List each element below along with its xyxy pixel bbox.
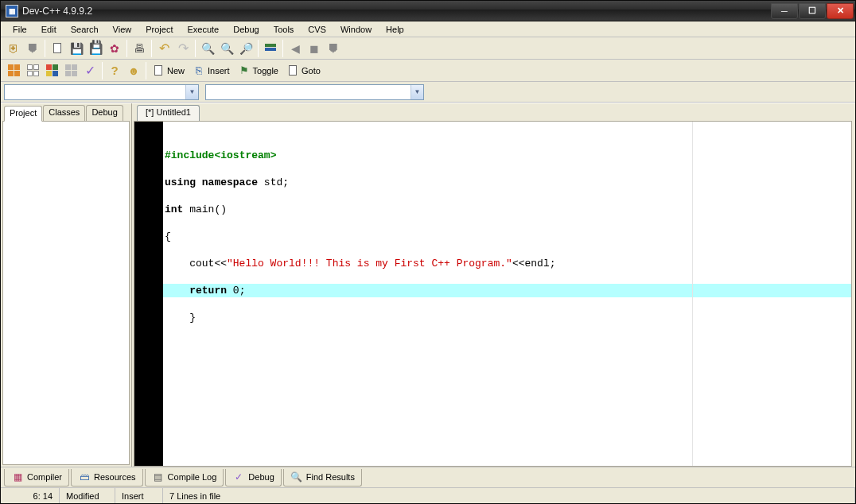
find-next-icon[interactable]: 🔎 — [237, 40, 255, 57]
tab-compile-log-label: Compile Log — [168, 472, 217, 482]
tab-debug[interactable]: Debug — [86, 105, 123, 121]
toggle-button[interactable]: ⚑Toggle — [235, 62, 282, 79]
rebuild-icon[interactable]: ⛊ — [325, 40, 342, 57]
window-buttons: ─ ☐ ✕ — [770, 3, 854, 19]
new-button[interactable]: New — [150, 62, 189, 79]
class-combo[interactable]: ▼ — [4, 84, 199, 100]
menu-help[interactable]: Help — [379, 23, 411, 36]
compile-icon[interactable] — [262, 40, 279, 57]
menu-view[interactable]: View — [106, 23, 139, 36]
debug-check-icon: ✓ — [232, 471, 245, 483]
find-icon[interactable]: 🔍 — [199, 40, 216, 57]
menu-tools[interactable]: Tools — [267, 23, 302, 36]
side-tabs: Project Classes Debug — [1, 103, 131, 121]
print-icon[interactable]: 🖶 — [130, 40, 148, 57]
menubar: File Edit Search View Project Execute De… — [1, 21, 855, 37]
separator-icon — [146, 62, 146, 79]
tab-compile-log[interactable]: ▤Compile Log — [145, 469, 224, 487]
editor-gutter — [134, 122, 163, 466]
tab-find-results-label: Find Results — [306, 472, 355, 482]
undo-icon[interactable]: ↶ — [155, 40, 173, 57]
goto-button[interactable]: Goto — [284, 62, 325, 79]
goto-label: Goto — [302, 66, 321, 76]
tab-compiler[interactable]: ▦Compiler — [4, 469, 69, 487]
goto-icon — [286, 64, 299, 77]
toolbar-main: ⛨ ⛊ 💾 💾💾 ✿ 🖶 ↶ ↷ 🔍 🔍 🔎 ◀ ◼ ⛊ — [1, 37, 855, 60]
status-lines: 7 Lines in file — [163, 488, 855, 503]
member-combo[interactable]: ▼ — [205, 84, 424, 100]
output-tabs: ▦Compiler 🗃Resources ▤Compile Log ✓Debug… — [1, 467, 855, 487]
help-icon[interactable]: ? — [106, 62, 123, 79]
shield-icon[interactable]: ⛨ — [5, 40, 22, 57]
separator-icon — [151, 40, 152, 57]
tab-compiler-label: Compiler — [27, 472, 62, 482]
tab-output-debug[interactable]: ✓Debug — [225, 469, 281, 487]
toggle-icon: ⚑ — [238, 64, 251, 77]
document-tab[interactable]: [*] Untitled1 — [137, 105, 200, 121]
check-icon[interactable]: ✓ — [81, 62, 99, 79]
content-area: Project Classes Debug [*] Untitled1 #inc… — [1, 103, 855, 467]
combo-row: ▼ ▼ — [1, 82, 855, 103]
status-position: 6: 14 — [1, 488, 60, 503]
settings-icon[interactable]: ✿ — [106, 40, 123, 57]
chevron-down-icon: ▼ — [410, 85, 423, 99]
save-all-icon[interactable]: 💾💾 — [87, 40, 104, 57]
close-button[interactable]: ✕ — [827, 3, 854, 19]
save-icon[interactable]: 💾 — [68, 40, 85, 57]
tab-find-results[interactable]: 🔍Find Results — [283, 469, 362, 487]
menu-project[interactable]: Project — [138, 23, 180, 36]
separator-icon — [195, 40, 196, 57]
insert-label: Insert — [208, 66, 230, 76]
menu-edit[interactable]: Edit — [34, 23, 64, 36]
editor: #include<iostream> using namespace std; … — [134, 121, 852, 467]
menu-cvs[interactable]: CVS — [301, 23, 333, 36]
minimize-button[interactable]: ─ — [771, 3, 798, 19]
new-file-icon — [152, 64, 165, 77]
separator-icon — [45, 40, 45, 57]
grid-multi-icon[interactable] — [43, 62, 60, 79]
insert-icon: ⎘ — [193, 64, 205, 77]
grid-white-icon[interactable] — [24, 62, 41, 79]
maximize-button[interactable]: ☐ — [799, 3, 826, 19]
menu-file[interactable]: File — [6, 23, 34, 36]
grid-gray-icon[interactable] — [62, 62, 80, 79]
redo-icon[interactable]: ↷ — [174, 40, 192, 57]
separator-icon — [282, 40, 283, 57]
separator-icon — [126, 40, 127, 57]
project-tree[interactable] — [2, 121, 130, 465]
resources-icon: 🗃 — [78, 471, 91, 483]
left-panel: Project Classes Debug — [1, 103, 132, 467]
compile-run-icon[interactable]: ◼ — [305, 40, 323, 57]
code-editor[interactable]: #include<iostream> using namespace std; … — [163, 122, 851, 466]
tab-output-debug-label: Debug — [248, 472, 274, 482]
shield2-icon[interactable]: ⛊ — [24, 40, 41, 57]
status-modified: Modified — [60, 488, 115, 503]
compiler-icon: ▦ — [11, 471, 24, 483]
separator-icon — [102, 62, 103, 79]
separator-icon — [258, 40, 259, 57]
tab-project[interactable]: Project — [4, 106, 42, 122]
grid-orange-icon[interactable] — [5, 62, 22, 79]
new-file-icon[interactable] — [49, 40, 66, 57]
find-replace-icon[interactable]: 🔍 — [218, 40, 235, 57]
about-icon[interactable]: ☻ — [125, 62, 142, 79]
print-margin — [692, 122, 693, 466]
tab-resources-label: Resources — [94, 472, 136, 482]
app-icon: ▦ — [6, 5, 18, 17]
status-insert-mode: Insert — [115, 488, 163, 503]
menu-search[interactable]: Search — [64, 23, 106, 36]
current-line: return 0; — [163, 284, 851, 297]
editor-area: [*] Untitled1 #include<iostream> using n… — [132, 103, 855, 467]
titlebar: ▦ Dev-C++ 4.9.9.2 ─ ☐ ✕ — [1, 1, 855, 21]
document-tabs: [*] Untitled1 — [132, 103, 855, 121]
tab-classes[interactable]: Classes — [43, 105, 85, 121]
tab-resources[interactable]: 🗃Resources — [71, 469, 143, 487]
statusbar: 6: 14 Modified Insert 7 Lines in file — [1, 487, 855, 503]
menu-execute[interactable]: Execute — [180, 23, 226, 36]
menu-window[interactable]: Window — [333, 23, 379, 36]
menu-debug[interactable]: Debug — [226, 23, 266, 36]
new-label: New — [167, 66, 185, 76]
chevron-down-icon: ▼ — [185, 85, 198, 99]
insert-button[interactable]: ⎘Insert — [190, 62, 234, 79]
run-icon[interactable]: ◀ — [286, 40, 304, 57]
